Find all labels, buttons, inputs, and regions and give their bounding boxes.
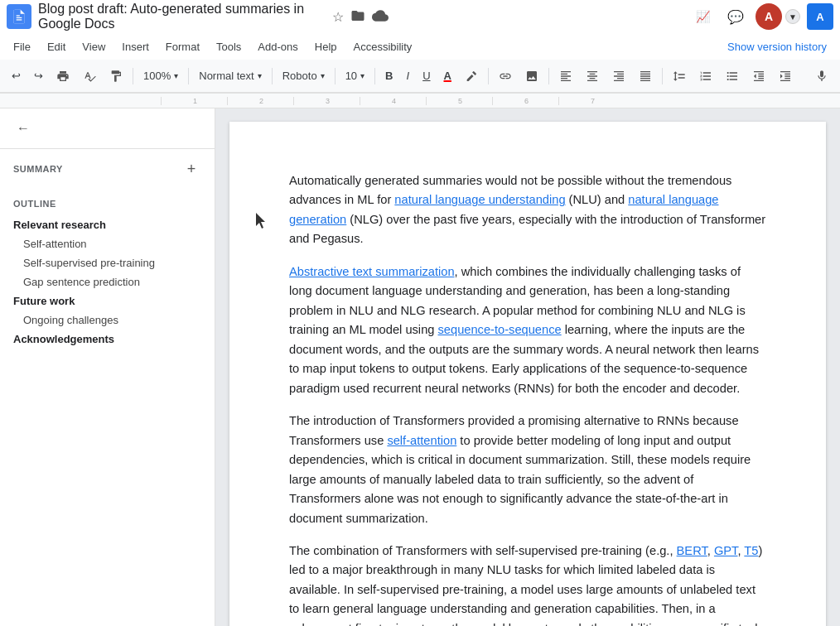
separator-3 [272, 68, 273, 84]
microphone-button[interactable] [810, 65, 833, 88]
outline-item-ongoing-challenges[interactable]: Ongoing challenges [0, 311, 215, 330]
menu-view[interactable]: View [75, 37, 112, 56]
paragraph-4: The combination of Transformers with sel… [289, 542, 766, 626]
sidebar-summary-section: SUMMARY + [0, 149, 215, 189]
outline-item-acknowledgements[interactable]: Acknowledgements [0, 330, 215, 349]
separator-1 [133, 68, 133, 84]
toolbar: ↩ ↪ 100% ▾ Normal text ▾ Roboto ▾ 10 ▾ [0, 60, 840, 93]
link-nlu[interactable]: natural language understanding [394, 193, 565, 206]
document-area[interactable]: Automatically generated summaries would … [215, 108, 840, 626]
menu-file[interactable]: File [7, 37, 37, 56]
activity-icon[interactable]: 📈 [689, 3, 716, 30]
svg-rect-1 [17, 19, 22, 20]
align-right-button[interactable] [607, 65, 630, 88]
link-gpt[interactable]: GPT [714, 544, 738, 557]
menu-addons[interactable]: Add-ons [251, 37, 304, 56]
font-chevron: ▾ [321, 71, 325, 80]
link-seq2seq[interactable]: sequence-to-sequence [438, 323, 562, 336]
link-self-attention[interactable]: self-attention [387, 434, 456, 447]
unordered-list-button[interactable] [721, 65, 744, 88]
svg-rect-2 [17, 15, 20, 16]
sidebar: ← SUMMARY + OUTLINE Relevant research Se… [0, 108, 215, 626]
outline-item-relevant-research[interactable]: Relevant research [0, 215, 215, 234]
add-summary-button[interactable]: + [181, 159, 201, 179]
underline-button[interactable]: U [418, 65, 435, 88]
document-title: Blog post draft: Auto-generated summarie… [38, 2, 326, 31]
link-t5[interactable]: T5 [744, 544, 758, 557]
paragraph-2: Abstractive text summarization, which co… [289, 262, 766, 398]
line-spacing-button[interactable] [668, 65, 691, 88]
separator-7 [548, 68, 549, 84]
align-center-button[interactable] [581, 65, 604, 88]
separator-4 [335, 68, 336, 84]
svg-marker-3 [256, 213, 265, 229]
back-button[interactable]: ← [13, 118, 33, 138]
link-abstractive[interactable]: Abstractive text summarization [289, 265, 455, 278]
menu-tools[interactable]: Tools [210, 37, 248, 56]
image-button[interactable] [520, 65, 543, 88]
title-bar: Blog post draft: Auto-generated summarie… [0, 0, 840, 33]
align-justify-button[interactable] [634, 65, 657, 88]
highlight-button[interactable] [460, 65, 483, 88]
italic-button[interactable]: I [402, 65, 415, 88]
separator-8 [662, 68, 663, 84]
version-history-link[interactable]: Show version history [721, 37, 833, 56]
summary-label: SUMMARY [13, 164, 63, 174]
paint-format-button[interactable] [104, 65, 128, 88]
sidebar-back-header: ← [0, 108, 215, 149]
ordered-list-button[interactable] [694, 65, 717, 88]
font-dropdown[interactable]: Roboto ▾ [278, 65, 330, 88]
zoom-chevron: ▾ [174, 71, 178, 80]
zoom-dropdown[interactable]: 100% ▾ [138, 65, 183, 88]
size-chevron: ▾ [360, 71, 364, 80]
paragraph-1: Automatically generated summaries would … [289, 171, 766, 249]
ruler-content: 1 2 3 4 5 6 7 [53, 97, 625, 105]
print-button[interactable] [51, 65, 75, 88]
outline-item-self-attention[interactable]: Self-attention [0, 234, 215, 253]
menu-insert[interactable]: Insert [115, 37, 156, 56]
apps-button[interactable]: A [807, 3, 833, 30]
outline-item-gap-sentence[interactable]: Gap sentence prediction [0, 272, 215, 291]
outline-section: OUTLINE Relevant research Self-attention… [0, 189, 215, 355]
paragraph-3: The introduction of Transformers provide… [289, 412, 766, 528]
redo-button[interactable]: ↪ [29, 65, 48, 88]
main-area: ← SUMMARY + OUTLINE Relevant research Se… [0, 108, 840, 626]
style-chevron: ▾ [258, 71, 262, 80]
star-icon[interactable]: ☆ [332, 9, 344, 25]
style-dropdown[interactable]: Normal text ▾ [194, 65, 266, 88]
top-bar: Blog post draft: Auto-generated summarie… [0, 0, 840, 94]
bold-button[interactable]: B [380, 65, 398, 88]
avatar: A [756, 3, 782, 30]
comment-icon[interactable]: 💬 [722, 3, 749, 30]
svg-rect-0 [17, 17, 22, 18]
docs-app-icon[interactable] [7, 4, 31, 29]
menu-help[interactable]: Help [308, 37, 344, 56]
menu-bar: File Edit View Insert Format Tools Add-o… [0, 33, 840, 60]
indent-more-button[interactable] [774, 65, 797, 88]
outline-item-future-work[interactable]: Future work [0, 291, 215, 311]
ruler: 1 2 3 4 5 6 7 [0, 94, 840, 108]
size-dropdown[interactable]: 10 ▾ [340, 65, 369, 88]
separator-6 [488, 68, 489, 84]
text-color-button[interactable]: A [439, 65, 456, 88]
menu-edit[interactable]: Edit [41, 37, 72, 56]
menu-accessibility[interactable]: Accessibility [347, 37, 419, 56]
separator-5 [374, 68, 375, 84]
cloud-icon [372, 10, 389, 24]
document-page: Automatically generated summaries would … [229, 122, 826, 626]
align-left-button[interactable] [554, 65, 577, 88]
separator-2 [188, 68, 189, 84]
avatar-status: ▼ [785, 9, 800, 24]
link-bert[interactable]: BERT [677, 544, 707, 557]
outline-label: OUTLINE [0, 195, 215, 215]
menu-format[interactable]: Format [159, 37, 206, 56]
spellcheck-button[interactable] [78, 65, 101, 88]
indent-less-button[interactable] [747, 65, 770, 88]
folder-icon[interactable] [350, 8, 365, 26]
link-button[interactable] [494, 65, 517, 88]
outline-item-self-supervised[interactable]: Self-supervised pre-training [0, 253, 215, 272]
undo-button[interactable]: ↩ [7, 65, 26, 88]
